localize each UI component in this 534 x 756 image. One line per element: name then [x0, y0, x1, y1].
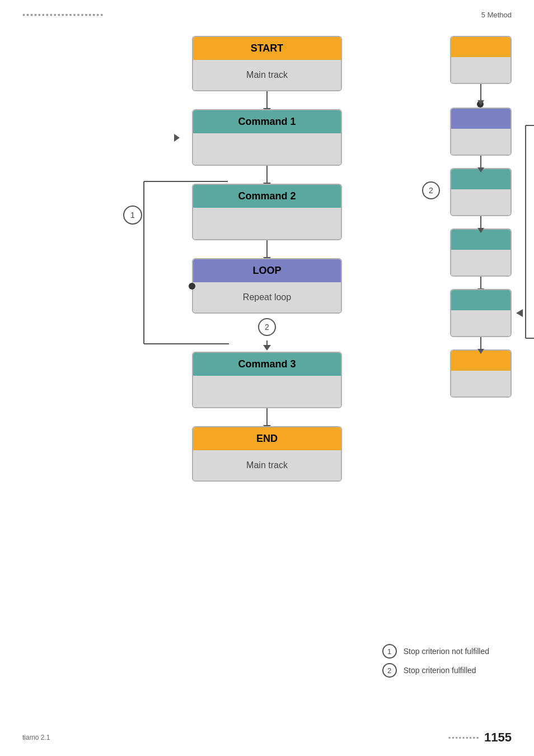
command3-block: Command 3: [192, 352, 342, 408]
legend-text-1: Stop criterion not fulfilled: [404, 647, 489, 656]
loop-circle-connector: 2: [258, 318, 276, 336]
arrow-3: [266, 240, 268, 258]
command2-block-body: [193, 208, 341, 239]
arrow-5: [266, 408, 268, 426]
loop-block-body: Repeat loop: [193, 282, 341, 312]
footer-right: ▪▪▪▪▪▪▪▪▪ 1155: [448, 730, 512, 745]
loop-wrapper: LOOP Repeat loop: [192, 258, 342, 314]
command3-block-header: Command 3: [193, 353, 341, 376]
legend-item-1: 1 Stop criterion not fulfilled: [382, 644, 489, 659]
start-block-body: Main track: [193, 60, 341, 90]
command3-block-body: [193, 376, 341, 407]
command2-block-header: Command 2: [193, 185, 341, 208]
footer-dots: ▪▪▪▪▪▪▪▪▪: [448, 734, 480, 741]
legend-item-2: 2 Stop criterion fulfilled: [382, 663, 489, 678]
legend-circle-2: 2: [382, 663, 397, 678]
end-block: END Main track: [192, 426, 342, 482]
loop-left-dot: [189, 283, 195, 290]
legend-circle-1: 1: [382, 644, 397, 659]
arrow-2: [266, 166, 268, 184]
page-footer: tiamo 2.1 ▪▪▪▪▪▪▪▪▪ 1155: [0, 730, 534, 745]
start-block-header: START: [193, 37, 341, 60]
header-chapter: 5 Method: [481, 11, 512, 19]
end-block-body: Main track: [193, 450, 341, 480]
loop-block-header: LOOP: [193, 259, 341, 282]
legend-text-2: Stop criterion fulfilled: [404, 666, 476, 675]
footer-page-number: 1155: [484, 730, 512, 745]
command1-block-body: [193, 133, 341, 165]
page-header: ▪▪▪▪▪▪▪▪▪▪▪▪▪▪▪▪▪▪▪▪▪ 5 Method: [0, 0, 534, 19]
command1-block-header: Command 1: [193, 110, 341, 133]
footer-app-name: tiamo 2.1: [22, 734, 50, 741]
command1-wrapper: Command 1: [192, 109, 342, 166]
command2-block: Command 2: [192, 184, 342, 240]
start-block: START Main track: [192, 36, 342, 91]
end-block-header: END: [193, 427, 341, 450]
arrow-4-pre: [266, 340, 268, 346]
loop-block: LOOP Repeat loop: [192, 258, 342, 314]
command1-block: Command 1: [192, 109, 342, 166]
loop-arrow-right: [174, 134, 180, 142]
legend: 1 Stop criterion not fulfilled 2 Stop cr…: [382, 644, 489, 678]
arrow-1: [266, 91, 268, 109]
header-dots-left: ▪▪▪▪▪▪▪▪▪▪▪▪▪▪▪▪▪▪▪▪▪: [22, 10, 104, 19]
